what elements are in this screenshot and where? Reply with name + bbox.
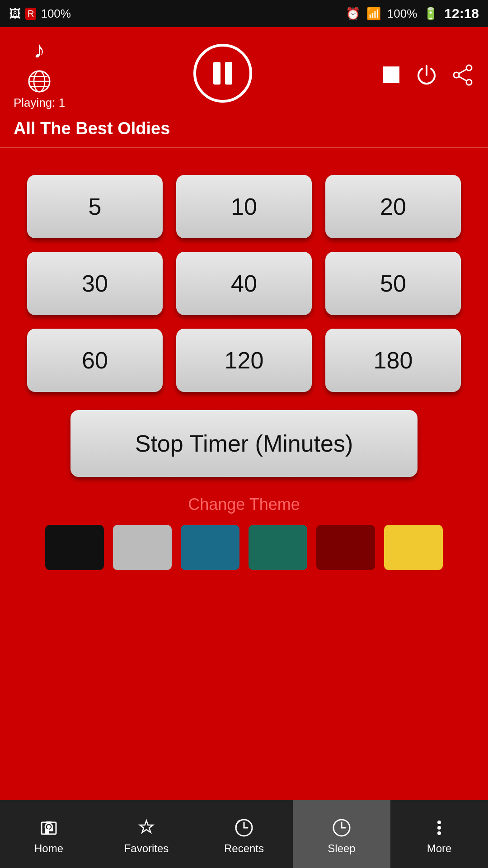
battery-icon: 🔋 — [423, 7, 438, 21]
timer-40-button[interactable]: 40 — [176, 252, 312, 315]
theme-yellow[interactable] — [384, 525, 443, 570]
theme-dark-red[interactable] — [316, 525, 375, 570]
main-content: 5 10 20 30 40 50 60 120 180 Stop Timer (… — [0, 148, 488, 800]
svg-rect-5 — [383, 66, 399, 83]
svg-line-10 — [459, 76, 467, 81]
sleep-icon — [331, 813, 352, 838]
timer-20-button[interactable]: 20 — [325, 175, 461, 238]
svg-point-21 — [437, 831, 441, 835]
change-theme-label: Change Theme — [188, 495, 300, 514]
nav-more-label: More — [427, 842, 452, 855]
wifi-icon: 📶 — [366, 7, 381, 21]
status-bar: 🖼 R 100% ⏰ 📶 100% 🔋 12:18 — [0, 0, 488, 27]
share-button[interactable] — [451, 60, 474, 87]
more-icon — [428, 813, 450, 838]
battery-text: 100% — [387, 7, 418, 21]
nav-sleep-label: Sleep — [328, 842, 355, 855]
timer-5-button[interactable]: 5 — [27, 175, 163, 238]
alarm-icon: ⏰ — [346, 7, 360, 21]
svg-point-6 — [466, 65, 472, 71]
nav-favorites-label: Favorites — [124, 842, 169, 855]
header-left: ♪ Playing: 1 — [14, 36, 65, 110]
svg-point-19 — [437, 821, 441, 824]
svg-point-15 — [47, 825, 51, 829]
header: ♪ Playing: 1 — [0, 27, 488, 114]
station-name-bar: All The Best Oldies — [0, 114, 488, 148]
time-display: 12:18 — [444, 6, 479, 21]
photo-icon: 🖼 — [9, 7, 21, 21]
change-theme-section: Change Theme — [27, 495, 461, 570]
header-right — [380, 60, 474, 87]
station-name-text: All The Best Oldies — [14, 119, 170, 138]
timer-60-button[interactable]: 60 — [27, 329, 163, 392]
nav-home[interactable]: Home — [0, 800, 98, 868]
svg-rect-16 — [46, 821, 52, 823]
playing-label: Playing: 1 — [14, 96, 65, 110]
nav-recents-label: Recents — [224, 842, 264, 855]
svg-line-9 — [459, 69, 467, 74]
recents-icon — [233, 813, 255, 838]
theme-black[interactable] — [45, 525, 104, 570]
theme-gray[interactable] — [113, 525, 172, 570]
svg-point-7 — [466, 80, 472, 85]
nav-home-label: Home — [34, 842, 63, 855]
signal-text: 100% — [41, 7, 71, 21]
timer-30-button[interactable]: 30 — [27, 252, 163, 315]
pause-button[interactable] — [193, 44, 252, 103]
theme-teal[interactable] — [249, 525, 307, 570]
nav-sleep[interactable]: Sleep — [293, 800, 390, 868]
timer-120-button[interactable]: 120 — [176, 329, 312, 392]
timer-180-button[interactable]: 180 — [325, 329, 461, 392]
bottom-nav: Home Favorites Recents Sleep — [0, 800, 488, 868]
timer-10-button[interactable]: 10 — [176, 175, 312, 238]
favorites-icon — [136, 813, 157, 838]
theme-colors — [45, 525, 443, 570]
timer-grid: 5 10 20 30 40 50 60 120 180 — [27, 175, 461, 392]
timer-50-button[interactable]: 50 — [325, 252, 461, 315]
stop-button[interactable] — [380, 61, 402, 85]
home-icon — [38, 813, 60, 838]
radio-icon: R — [25, 8, 36, 20]
nav-favorites[interactable]: Favorites — [98, 800, 195, 868]
power-button[interactable] — [415, 60, 438, 87]
theme-steel-blue[interactable] — [181, 525, 239, 570]
pause-icon — [213, 62, 232, 85]
music-note-icon[interactable]: ♪ — [33, 36, 45, 63]
nav-more[interactable]: More — [390, 800, 488, 868]
nav-recents[interactable]: Recents — [195, 800, 293, 868]
header-center — [193, 44, 252, 103]
svg-point-20 — [437, 826, 441, 830]
svg-point-8 — [454, 72, 459, 78]
stop-timer-button[interactable]: Stop Timer (Minutes) — [70, 410, 418, 477]
globe-icon[interactable] — [28, 69, 51, 93]
